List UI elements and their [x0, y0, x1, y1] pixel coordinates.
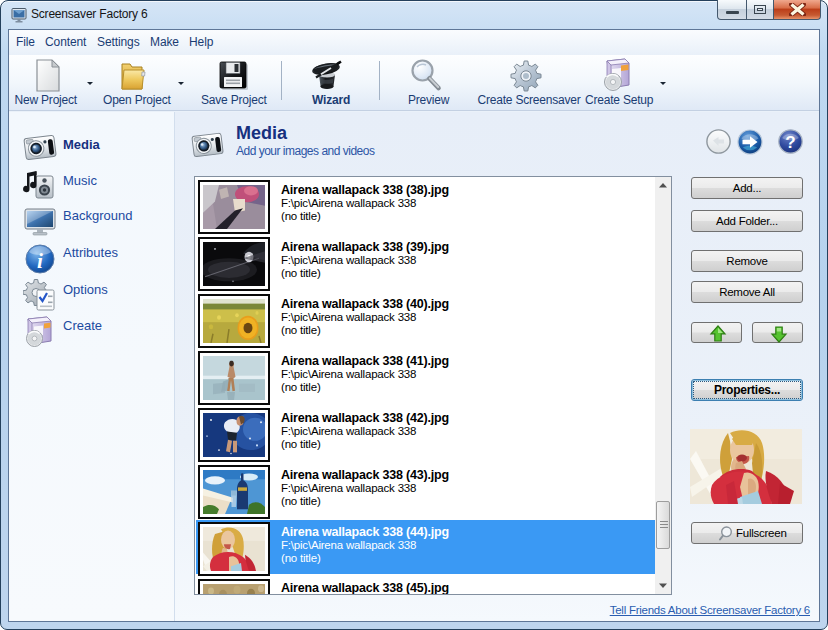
svg-text:i: i — [37, 249, 43, 273]
svg-text:?: ? — [785, 133, 795, 152]
